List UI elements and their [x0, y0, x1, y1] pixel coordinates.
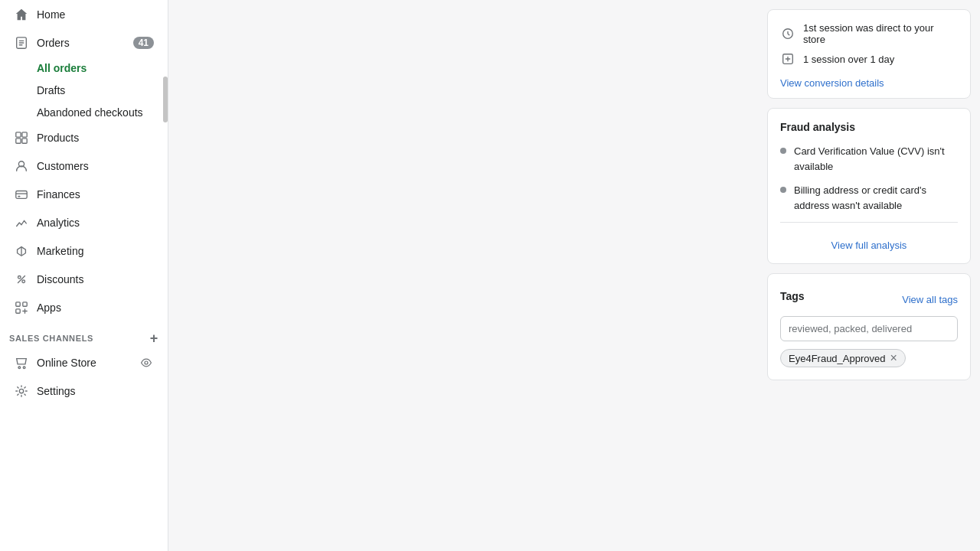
add-sales-channel-button[interactable]: +: [150, 331, 158, 345]
fraud-item-billing: Billing address or credit card's address…: [780, 183, 958, 213]
abandoned-checkouts-label: Abandoned checkouts: [37, 106, 143, 119]
sidebar-item-discounts-label: Discounts: [37, 273, 154, 285]
sidebar-item-products-label: Products: [37, 132, 154, 144]
right-panel: 1st session was direct to your store 1 s…: [758, 0, 980, 551]
analytics-icon: [14, 215, 29, 230]
sales-channels-label: SALES CHANNELS: [9, 334, 93, 343]
sidebar-item-apps[interactable]: Apps: [5, 294, 163, 321]
svg-point-13: [18, 367, 21, 369]
conversion-session-count: 1 session over 1 day: [780, 48, 958, 70]
sidebar: Home Orders 41 All orders Drafts Abandon…: [0, 0, 168, 551]
finances-icon: [14, 187, 29, 202]
svg-point-9: [22, 280, 25, 283]
svg-rect-10: [16, 302, 20, 306]
tags-card-header: Tags View all tags: [780, 286, 958, 305]
view-all-tags-link[interactable]: View all tags: [902, 294, 958, 305]
conversion-direct-session: 1st session was direct to your store: [780, 19, 958, 48]
customers-icon: [14, 158, 29, 174]
svg-rect-4: [22, 139, 27, 143]
tag-chip-label: Eye4Fraud_Approved: [789, 353, 885, 364]
sidebar-subitem-drafts[interactable]: Drafts: [5, 80, 163, 101]
svg-rect-6: [16, 191, 27, 199]
fraud-analysis-title: Fraud analysis: [780, 121, 958, 133]
session-count-icon: [780, 51, 795, 67]
discounts-icon: [14, 272, 29, 287]
svg-rect-3: [16, 139, 21, 143]
tags-title: Tags: [780, 290, 805, 302]
all-orders-label: All orders: [37, 62, 87, 74]
sidebar-item-finances[interactable]: Finances: [5, 181, 163, 208]
sidebar-item-apps-label: Apps: [37, 302, 154, 314]
main-content: [168, 0, 758, 551]
svg-rect-2: [22, 132, 27, 137]
sidebar-item-marketing-label: Marketing: [37, 245, 154, 257]
sidebar-item-analytics-label: Analytics: [37, 217, 154, 229]
session-count-text: 1 session over 1 day: [803, 54, 894, 65]
sidebar-item-orders-label: Orders: [37, 37, 126, 49]
sidebar-item-home-label: Home: [37, 8, 154, 21]
sidebar-item-customers[interactable]: Customers: [5, 152, 163, 180]
settings-icon: [14, 383, 29, 399]
svg-rect-11: [23, 302, 27, 306]
sidebar-subitem-abandoned-checkouts[interactable]: Abandoned checkouts: [5, 102, 163, 123]
sidebar-scrollbar[interactable]: [162, 0, 168, 551]
direct-session-text: 1st session was direct to your store: [803, 22, 958, 45]
sidebar-item-discounts[interactable]: Discounts: [5, 266, 163, 293]
tag-chip-eye4fraud: Eye4Fraud_Approved ×: [780, 349, 906, 367]
fraud-cvv-text: Card Verification Value (CVV) isn't avai…: [794, 144, 958, 174]
svg-rect-12: [16, 309, 20, 313]
tags-card: Tags View all tags Eye4Fraud_Approved ×: [767, 273, 971, 380]
sidebar-item-settings-label: Settings: [37, 385, 154, 397]
fraud-dot-billing: [780, 187, 786, 193]
tags-chips-container: Eye4Fraud_Approved ×: [780, 349, 958, 367]
fraud-analysis-card: Fraud analysis Card Verification Value (…: [767, 108, 971, 264]
tags-input[interactable]: [780, 316, 958, 341]
scrollbar-thumb: [163, 77, 168, 122]
sidebar-item-home[interactable]: Home: [5, 1, 163, 28]
svg-point-14: [23, 367, 25, 369]
svg-point-15: [145, 361, 148, 364]
direct-session-icon: [780, 26, 795, 41]
sidebar-item-orders[interactable]: Orders 41: [5, 29, 163, 57]
sales-channels-section: SALES CHANNELS +: [0, 322, 168, 348]
online-store-visibility-icon[interactable]: [139, 355, 154, 370]
orders-icon: [14, 35, 29, 51]
products-icon: [14, 130, 29, 145]
sidebar-item-settings[interactable]: Settings: [5, 377, 163, 405]
remove-tag-button[interactable]: ×: [890, 352, 897, 364]
sidebar-subitem-all-orders[interactable]: All orders: [5, 57, 163, 79]
fraud-view-analysis-row: View full analysis: [780, 222, 958, 251]
conversion-card: 1st session was direct to your store 1 s…: [767, 9, 971, 99]
drafts-label: Drafts: [37, 84, 65, 96]
fraud-billing-text: Billing address or credit card's address…: [794, 183, 958, 213]
apps-icon: [14, 300, 29, 315]
svg-point-8: [18, 276, 21, 279]
sidebar-item-customers-label: Customers: [37, 160, 154, 172]
online-store-icon: [14, 355, 29, 370]
fraud-item-cvv: Card Verification Value (CVV) isn't avai…: [780, 144, 958, 174]
svg-rect-7: [18, 196, 21, 197]
sidebar-item-analytics[interactable]: Analytics: [5, 209, 163, 236]
marketing-icon: [14, 243, 29, 259]
home-icon: [14, 7, 29, 22]
orders-badge: 41: [133, 37, 154, 49]
svg-point-16: [19, 389, 23, 393]
sidebar-item-marketing[interactable]: Marketing: [5, 237, 163, 265]
sidebar-item-online-store[interactable]: Online Store: [5, 349, 163, 377]
sidebar-scroll: Home Orders 41 All orders Drafts Abandon…: [0, 0, 168, 551]
view-full-analysis-link[interactable]: View full analysis: [831, 240, 907, 251]
sidebar-item-finances-label: Finances: [37, 188, 154, 201]
fraud-dot-cvv: [780, 148, 786, 154]
view-conversion-details-link[interactable]: View conversion details: [780, 77, 884, 89]
sidebar-item-products[interactable]: Products: [5, 124, 163, 152]
svg-rect-1: [16, 132, 21, 137]
sidebar-item-online-store-label: Online Store: [37, 357, 131, 369]
